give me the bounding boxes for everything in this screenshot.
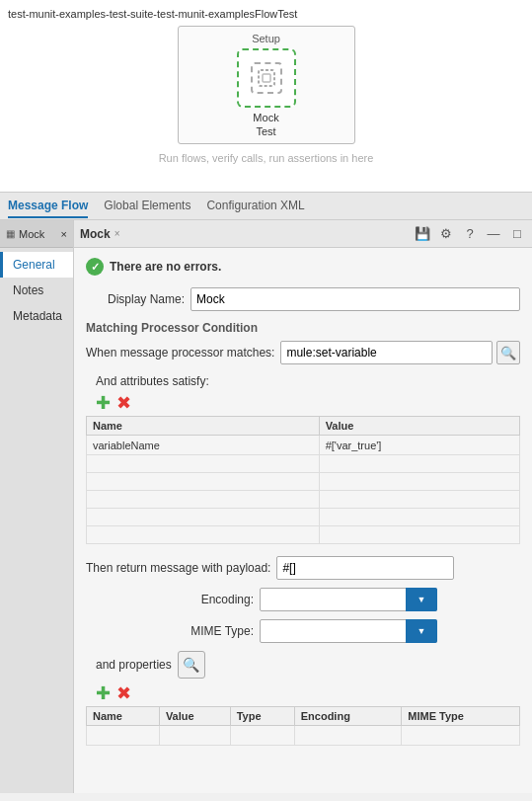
maximize-icon[interactable]: □ xyxy=(508,225,526,243)
mock-label: Mock xyxy=(185,112,348,123)
when-matches-label: When message processor matches: xyxy=(86,346,274,360)
add-attr-btn[interactable]: ✚ xyxy=(96,394,111,412)
payload-label: Then return message with payload: xyxy=(86,561,270,575)
props-encoding-cell xyxy=(294,726,402,746)
attr-name-cell-empty xyxy=(87,509,320,526)
panel: ▦ Mock × General Notes Metadata Mock × 💾… xyxy=(0,220,532,793)
props-col-encoding: Encoding xyxy=(294,707,402,726)
tab-global-elements[interactable]: Global Elements xyxy=(104,195,190,218)
tab-bar: Message Flow Global Elements Configurati… xyxy=(0,193,532,220)
sidebar-header-label: Mock xyxy=(19,228,44,240)
attr-col-name: Name xyxy=(87,417,320,436)
table-row xyxy=(87,455,520,473)
encoding-select-wrapper xyxy=(260,588,437,611)
attr-value-cell: #['var_true'] xyxy=(319,436,519,455)
svg-rect-0 xyxy=(259,70,274,86)
encoding-label: Encoding: xyxy=(86,593,254,606)
matching-processor-label: Matching Processor Condition xyxy=(86,321,520,335)
props-mime-cell xyxy=(402,726,520,746)
help-icon[interactable]: ? xyxy=(461,225,479,243)
del-props-btn[interactable]: ✖ xyxy=(116,684,131,702)
when-matches-search-btn[interactable]: 🔍 xyxy=(496,341,520,364)
properties-section: and properties 🔍 xyxy=(96,651,520,679)
display-name-label: Display Name: xyxy=(86,292,185,306)
status-text: There are no errors. xyxy=(110,260,221,274)
props-toolbar: ✚ ✖ xyxy=(96,684,520,702)
attr-value-cell-empty xyxy=(319,526,519,544)
attr-name-cell-empty xyxy=(87,526,320,544)
test-label: Test xyxy=(185,125,348,137)
attr-value-cell-empty xyxy=(319,491,519,509)
del-attr-btn[interactable]: ✖ xyxy=(116,394,131,412)
canvas-hint: Run flows, verify calls, run assertions … xyxy=(8,152,524,164)
mock-icon-inner xyxy=(251,62,282,94)
mime-type-select-wrapper xyxy=(260,619,437,643)
attr-value-cell-empty xyxy=(319,473,519,491)
payload-input[interactable] xyxy=(276,556,454,580)
properties-search-btn[interactable]: 🔍 xyxy=(178,651,205,679)
props-col-mime: MIME Type xyxy=(402,707,520,726)
mime-type-select[interactable] xyxy=(260,619,437,643)
tab-message-flow[interactable]: Message Flow xyxy=(8,195,88,218)
encoding-select[interactable] xyxy=(260,588,437,611)
mime-type-row: MIME Type: xyxy=(86,619,520,643)
panel-title: Mock xyxy=(80,227,111,241)
panel-toolbar: Mock × 💾 ⚙ ? — □ xyxy=(74,220,532,248)
tab-configuration-xml[interactable]: Configuration XML xyxy=(206,195,304,218)
when-matches-row: When message processor matches: 🔍 xyxy=(86,341,520,364)
encoding-row: Encoding: xyxy=(86,588,520,611)
attr-name-cell-empty xyxy=(87,473,320,491)
sidebar-nav: General Notes Metadata xyxy=(0,248,73,333)
props-col-name: Name xyxy=(87,707,160,726)
props-name-cell xyxy=(87,726,160,746)
attr-toolbar: ✚ ✖ xyxy=(96,394,520,412)
sidebar-item-metadata[interactable]: Metadata xyxy=(0,303,73,329)
status-icon: ✓ xyxy=(86,258,104,276)
when-matches-input-area: 🔍 xyxy=(280,341,520,364)
table-row xyxy=(87,491,520,509)
close-tab-btn[interactable]: × xyxy=(114,228,120,239)
attr-name-cell-empty xyxy=(87,455,320,473)
attr-value-cell-empty xyxy=(319,509,519,526)
attr-name-cell: variableName xyxy=(87,436,320,455)
sidebar-item-notes[interactable]: Notes xyxy=(0,278,73,303)
status-bar: ✓ There are no errors. xyxy=(86,258,520,276)
config-icon[interactable]: ⚙ xyxy=(437,225,455,243)
sidebar-header: ▦ Mock × xyxy=(0,220,73,248)
sidebar-grid-icon: ▦ xyxy=(6,228,15,239)
and-attributes-label: And attributes satisfy: xyxy=(96,374,520,388)
attr-col-value: Value xyxy=(319,417,519,436)
props-table: Name Value Type Encoding MIME Type xyxy=(86,706,520,746)
props-col-value: Value xyxy=(159,707,230,726)
panel-body: ✓ There are no errors. Display Name: Mat… xyxy=(74,248,532,793)
sidebar: ▦ Mock × General Notes Metadata xyxy=(0,220,74,793)
display-name-row: Display Name: xyxy=(86,287,520,311)
minimize-icon[interactable]: — xyxy=(485,225,502,243)
table-row xyxy=(87,509,520,526)
panel-title-area: Mock × xyxy=(80,227,120,241)
toolbar-icons: 💾 ⚙ ? — □ xyxy=(414,225,526,243)
attr-value-cell-empty xyxy=(319,455,519,473)
display-name-input[interactable] xyxy=(190,287,520,311)
props-type-cell xyxy=(230,726,294,746)
sidebar-close-btn[interactable]: × xyxy=(61,228,67,240)
mock-icon-container[interactable] xyxy=(237,48,296,108)
flow-title: test-munit-examples-test-suite-test-muni… xyxy=(8,8,524,20)
and-properties-label: and properties xyxy=(96,658,172,672)
props-col-type: Type xyxy=(230,707,294,726)
table-row xyxy=(87,526,520,544)
attr-name-cell-empty xyxy=(87,491,320,509)
table-row: variableName #['var_true'] xyxy=(87,436,520,455)
add-props-btn[interactable]: ✚ xyxy=(96,684,111,702)
payload-row: Then return message with payload: xyxy=(86,556,520,580)
canvas-area: test-munit-examples-test-suite-test-muni… xyxy=(0,0,532,193)
svg-rect-1 xyxy=(263,74,270,82)
flow-box: Setup Mock Test xyxy=(178,26,355,144)
mock-svg-icon xyxy=(257,68,276,88)
setup-label: Setup xyxy=(185,33,348,44)
table-row xyxy=(87,726,520,746)
sidebar-item-general[interactable]: General xyxy=(0,252,73,278)
attr-table: Name Value variableName #['var_true'] xyxy=(86,416,520,544)
save-icon[interactable]: 💾 xyxy=(414,225,431,243)
when-matches-input[interactable] xyxy=(280,341,493,364)
